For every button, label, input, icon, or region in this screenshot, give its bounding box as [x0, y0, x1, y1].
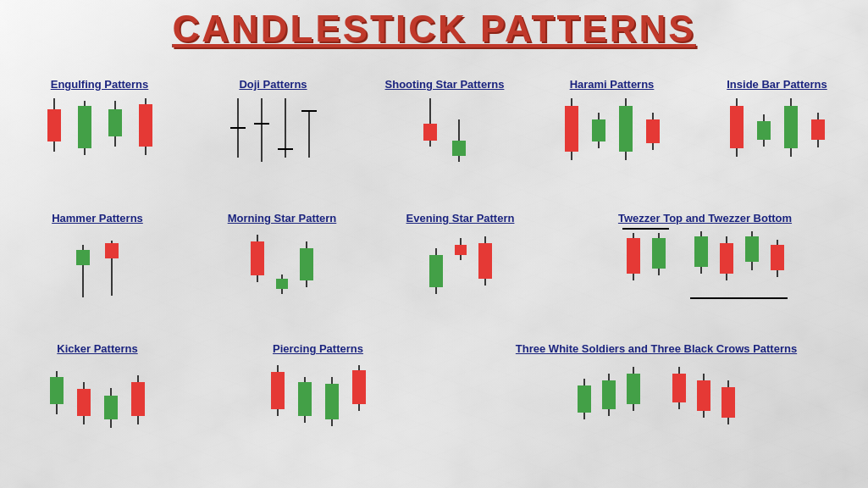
svg-rect-86: [720, 243, 733, 274]
candle-4: [133, 94, 158, 162]
svg-rect-29: [565, 106, 578, 152]
section-kicker: Kicker Patterns: [8, 339, 186, 435]
candles-tweezer: [622, 228, 788, 299]
morning-1: [246, 228, 268, 304]
candles-inside-bar: [726, 94, 829, 170]
svg-rect-128: [672, 374, 686, 402]
svg-rect-83: [694, 236, 708, 267]
section-title-tweezer[interactable]: Twezzer Top and Twezzer Bottom: [618, 212, 792, 225]
candle-1: [41, 94, 67, 162]
section-title-hammer[interactable]: Hammer Patterns: [52, 212, 143, 225]
section-title-piercing[interactable]: Piercing Patterns: [273, 342, 363, 355]
candles-morning-star: [246, 228, 318, 304]
evening-1: [425, 228, 447, 304]
doji-1: [229, 94, 247, 170]
kicker-2: [73, 358, 95, 435]
svg-rect-74: [478, 243, 492, 279]
svg-rect-116: [352, 370, 366, 404]
kicker-1: [46, 358, 68, 435]
doji-2: [252, 94, 271, 170]
candles-evening-star: [425, 228, 496, 304]
svg-rect-59: [251, 241, 264, 275]
svg-rect-7: [108, 109, 122, 136]
piercing-3: [321, 358, 343, 435]
section-inside-bar: Inside Bar Patterns: [694, 75, 860, 170]
svg-rect-119: [578, 385, 591, 413]
svg-rect-47: [784, 106, 798, 148]
section-title-evening-star[interactable]: Evening Star Pattern: [406, 212, 515, 225]
tweezer-b1: [690, 228, 712, 296]
section-title-engulfing[interactable]: Engulfing Patterns: [51, 78, 149, 91]
svg-rect-4: [78, 106, 91, 148]
section-evening-star: Evening Star Pattern: [378, 208, 543, 304]
tweezer-b3: [741, 228, 763, 296]
svg-rect-122: [602, 380, 616, 409]
svg-rect-32: [592, 119, 605, 141]
inside-3: [780, 94, 802, 170]
svg-rect-71: [455, 245, 467, 255]
candles-engulfing: [41, 94, 158, 162]
piercing-1: [267, 358, 289, 435]
svg-rect-53: [76, 250, 90, 265]
svg-rect-125: [627, 374, 640, 404]
candles-three-soldiers: [574, 358, 738, 435]
crow-2: [694, 358, 714, 435]
inside-4: [807, 94, 829, 170]
svg-rect-92: [771, 245, 784, 270]
section-title-doji[interactable]: Doji Patterns: [239, 78, 307, 91]
tweezer-t1: [622, 231, 644, 299]
svg-rect-50: [811, 119, 825, 140]
morning-3: [296, 228, 318, 304]
candles-piercing: [267, 358, 370, 435]
svg-rect-80: [652, 238, 666, 269]
section-three-soldiers: Three White Soldiers and Three Black Cro…: [449, 339, 864, 435]
tweezer-b2: [716, 228, 738, 296]
svg-rect-10: [139, 104, 152, 147]
doji-3: [276, 94, 295, 170]
section-title-three-soldiers[interactable]: Three White Soldiers and Three Black Cro…: [516, 342, 797, 355]
section-title-harami[interactable]: Harami Patterns: [570, 78, 655, 91]
soldier-2: [599, 358, 619, 435]
main-title: CANDLESTICK PATTERNS: [0, 0, 868, 49]
shooting-2: [447, 94, 471, 170]
svg-rect-113: [325, 384, 339, 419]
svg-rect-1: [47, 109, 61, 141]
svg-rect-62: [276, 279, 288, 289]
candle-3: [102, 94, 128, 162]
doji-4: [300, 94, 318, 170]
section-doji: Doji Patterns: [191, 75, 356, 170]
kicker-3: [100, 358, 122, 435]
evening-2: [452, 228, 469, 304]
svg-rect-35: [619, 106, 633, 152]
svg-rect-98: [77, 389, 91, 416]
section-tweezer: Twezzer Top and Twezzer Bottom: [546, 208, 864, 299]
svg-rect-56: [105, 243, 119, 258]
section-title-shooting-star[interactable]: Shooting Star Patterns: [385, 78, 505, 91]
svg-rect-95: [50, 377, 64, 404]
piercing-2: [294, 358, 316, 435]
candles-kicker: [46, 358, 149, 435]
section-hammer: Hammer Patterns: [8, 208, 186, 304]
candles-doji: [229, 94, 318, 170]
svg-rect-77: [627, 238, 640, 274]
section-title-inside-bar[interactable]: Inside Bar Patterns: [727, 78, 827, 91]
section-title-kicker[interactable]: Kicker Patterns: [57, 342, 137, 355]
svg-rect-41: [730, 106, 744, 148]
crow-3: [718, 358, 738, 435]
section-harami: Harami Patterns: [534, 75, 690, 170]
section-engulfing: Engulfing Patterns: [8, 75, 191, 162]
svg-rect-134: [721, 387, 735, 418]
svg-rect-26: [452, 141, 466, 156]
section-title-morning-star[interactable]: Morning Star Pattern: [228, 212, 337, 225]
soldier-3: [623, 358, 644, 435]
svg-rect-104: [131, 382, 145, 416]
section-piercing: Piercing Patterns: [193, 339, 443, 435]
hammer-2: [100, 228, 124, 304]
candle-2: [72, 94, 97, 162]
inside-2: [753, 94, 775, 170]
svg-rect-107: [271, 372, 285, 409]
svg-rect-68: [429, 255, 443, 287]
candles-hammer: [71, 228, 124, 304]
soldier-1: [574, 358, 594, 435]
svg-rect-131: [697, 380, 710, 411]
